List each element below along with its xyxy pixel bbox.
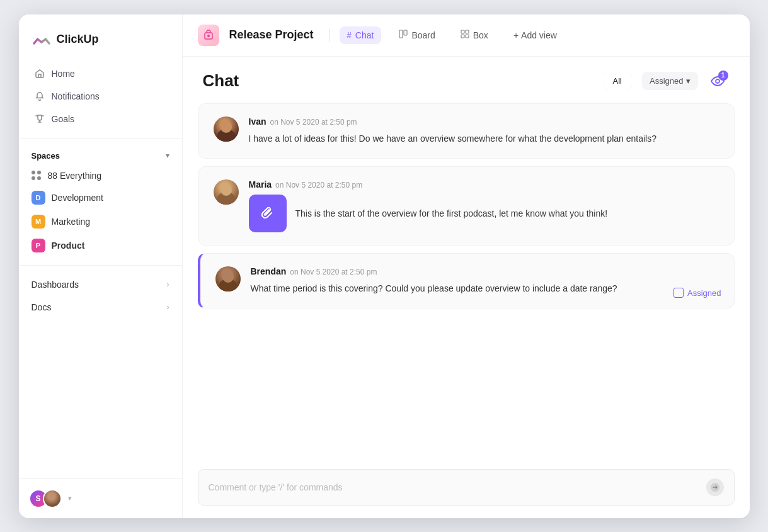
project-title: Release Project xyxy=(229,28,314,42)
assigned-label: Assigned xyxy=(687,288,721,298)
docs-label: Docs xyxy=(32,302,52,312)
bell-icon xyxy=(34,91,45,102)
message-text-ivan: I have a lot of ideas for this! Do we ha… xyxy=(249,132,719,145)
topbar: Release Project # Chat Board Box + Ad xyxy=(183,14,750,57)
tab-box-label: Box xyxy=(473,30,488,40)
topbar-divider xyxy=(329,29,330,42)
avatar-ivan xyxy=(214,116,239,142)
tab-board[interactable]: Board xyxy=(391,26,442,44)
docs-chevron-icon: › xyxy=(167,303,169,312)
everything-label: 88 Everything xyxy=(48,171,102,181)
home-icon xyxy=(34,68,45,79)
chat-area: Chat All Assigned ▾ 1 xyxy=(183,57,750,518)
everything-icon xyxy=(32,171,42,181)
filter-assigned-chevron-icon: ▾ xyxy=(686,76,691,86)
svg-rect-4 xyxy=(461,30,464,33)
spaces-label: Spaces xyxy=(32,151,60,161)
board-icon xyxy=(399,30,408,40)
message-author-brendan: Brendan xyxy=(251,266,287,276)
clickup-logo-icon xyxy=(32,30,52,50)
message-time-ivan: on Nov 5 2020 at 2:50 pm xyxy=(270,118,357,127)
message-card-ivan: Ivan on Nov 5 2020 at 2:50 pm I have a l… xyxy=(198,103,735,159)
sidebar-item-dashboards[interactable]: Dashboards › xyxy=(19,273,182,296)
avatar-group[interactable]: S xyxy=(29,489,62,508)
tab-box[interactable]: Box xyxy=(453,26,496,44)
comment-placeholder: Comment or type '/' for commands xyxy=(209,482,343,492)
message-body-maria: Maria on Nov 5 2020 at 2:50 pm This is t… xyxy=(249,179,719,232)
chat-title: Chat xyxy=(203,71,239,91)
sidebar-goals-label: Goals xyxy=(52,114,75,124)
send-button[interactable] xyxy=(706,478,724,496)
dashboards-label: Dashboards xyxy=(32,280,79,290)
paperclip-icon xyxy=(259,205,277,222)
svg-rect-5 xyxy=(466,30,469,33)
marketing-label: Marketing xyxy=(52,217,90,227)
message-author-ivan: Ivan xyxy=(249,116,267,127)
product-label: Product xyxy=(52,241,85,251)
tab-board-label: Board xyxy=(411,30,435,40)
message-text-brendan: What time period is this covering? Could… xyxy=(251,281,719,295)
messages-list: Ivan on Nov 5 2020 at 2:50 pm I have a l… xyxy=(183,103,750,459)
tab-chat-label: Chat xyxy=(355,30,374,40)
svg-rect-2 xyxy=(399,30,403,38)
chat-header: Chat All Assigned ▾ 1 xyxy=(183,57,750,103)
svg-rect-3 xyxy=(404,30,407,35)
user-dropdown-arrow[interactable]: ▾ xyxy=(68,494,72,502)
message-meta-ivan: Ivan on Nov 5 2020 at 2:50 pm xyxy=(249,116,719,127)
dashboards-chevron-icon: › xyxy=(167,280,169,289)
sidebar-divider-1 xyxy=(19,138,182,139)
sidebar-item-marketing[interactable]: M Marketing xyxy=(24,210,177,234)
sidebar-item-notifications[interactable]: Notifications xyxy=(26,85,175,108)
add-view-plus-icon: + xyxy=(513,30,519,40)
comment-input-box[interactable]: Comment or type '/' for commands xyxy=(198,469,735,506)
assigned-checkbox[interactable] xyxy=(673,288,684,298)
watch-button[interactable]: 1 xyxy=(706,69,730,93)
sidebar-item-home[interactable]: Home xyxy=(26,62,175,85)
spaces-header[interactable]: Spaces ▾ xyxy=(19,146,182,166)
attachment-icon[interactable] xyxy=(249,195,287,232)
message-time-brendan: on Nov 5 2020 at 2:50 pm xyxy=(290,268,377,276)
filter-all-button[interactable]: All xyxy=(603,72,632,90)
svg-rect-6 xyxy=(461,35,464,38)
user-initial: S xyxy=(35,494,40,503)
sidebar-item-product[interactable]: P Product xyxy=(24,234,177,258)
tab-chat[interactable]: # Chat xyxy=(340,26,382,44)
svg-rect-7 xyxy=(466,35,469,38)
message-body-brendan: Brendan on Nov 5 2020 at 2:50 pm What ti… xyxy=(251,266,719,295)
spaces-chevron-icon: ▾ xyxy=(166,151,169,160)
sidebar-bottom: S ▾ xyxy=(19,478,182,518)
message-meta-maria: Maria on Nov 5 2020 at 2:50 pm xyxy=(249,179,719,190)
chat-hash-icon: # xyxy=(347,30,352,40)
marketing-badge: M xyxy=(32,215,45,229)
sidebar-nav: Home Notifications Goals xyxy=(19,62,182,130)
trophy-icon xyxy=(34,113,45,125)
filter-group: All xyxy=(603,72,632,90)
avatar-brendan xyxy=(215,266,241,291)
sidebar-item-goals[interactable]: Goals xyxy=(26,108,175,130)
add-view-label: Add view xyxy=(521,30,557,40)
comment-input-area: Comment or type '/' for commands xyxy=(183,459,750,518)
assigned-badge[interactable]: Assigned xyxy=(673,288,721,298)
sidebar-divider-2 xyxy=(19,265,182,266)
message-author-maria: Maria xyxy=(249,179,272,190)
avatar-maria xyxy=(214,179,239,205)
sidebar-item-everything[interactable]: 88 Everything xyxy=(24,166,177,186)
svg-point-8 xyxy=(716,79,719,83)
filter-assigned-label: Assigned xyxy=(650,76,683,86)
logo[interactable]: ClickUp xyxy=(19,14,182,62)
send-icon xyxy=(710,482,720,492)
sidebar-item-docs[interactable]: Docs › xyxy=(19,296,182,319)
development-badge: D xyxy=(32,191,45,205)
development-label: Development xyxy=(52,193,104,203)
app-name: ClickUp xyxy=(57,33,99,46)
message-body-ivan: Ivan on Nov 5 2020 at 2:50 pm I have a l… xyxy=(249,116,719,145)
sidebar: ClickUp Home Notifications Goals xyxy=(19,14,183,518)
message-text-maria: This is the start of the overview for th… xyxy=(295,207,608,220)
add-view-button[interactable]: + Add view xyxy=(506,26,565,44)
message-card-brendan: Brendan on Nov 5 2020 at 2:50 pm What ti… xyxy=(198,253,735,308)
message-meta-brendan: Brendan on Nov 5 2020 at 2:50 pm xyxy=(251,266,719,276)
sidebar-notifications-label: Notifications xyxy=(52,91,100,101)
sidebar-item-development[interactable]: D Development xyxy=(24,186,177,210)
filter-assigned-button[interactable]: Assigned ▾ xyxy=(642,72,697,90)
attachment-box: This is the start of the overview for th… xyxy=(249,195,719,232)
